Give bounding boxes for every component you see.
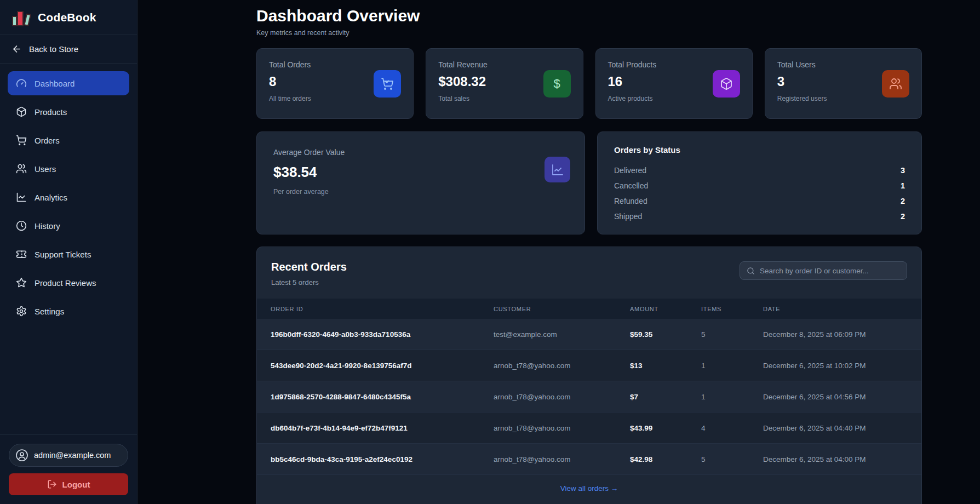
package-icon <box>713 70 740 98</box>
customer-cell: arnob_t78@yahoo.com <box>494 455 630 463</box>
sidebar-item-history[interactable]: History <box>8 214 129 238</box>
avg-order-sub: Per order average <box>273 188 568 196</box>
sidebar-item-label: Orders <box>35 136 60 145</box>
table-row[interactable]: bb5c46cd-9bda-43ca-9195-a2ef24ec0192 arn… <box>257 444 921 475</box>
items-cell: 5 <box>701 455 763 463</box>
sidebar-item-analytics[interactable]: Analytics <box>8 185 129 209</box>
sidebar-item-label: History <box>35 221 60 231</box>
order-id-cell: 196b0dff-6320-4649-a0b3-933da710536a <box>271 330 494 339</box>
average-order-value-card: Average Order Value $38.54 Per order ave… <box>256 131 585 234</box>
user-email-badge: admin@example.com <box>9 444 128 467</box>
orders-table-header: Order ID Customer Amount Items Date <box>257 299 921 319</box>
sidebar-item-products[interactable]: Products <box>8 100 129 124</box>
customer-cell: arnob_t78@yahoo.com <box>494 393 630 401</box>
table-row[interactable]: 196b0dff-6320-4649-a0b3-933da710536a tes… <box>257 319 921 350</box>
order-search[interactable] <box>740 261 907 280</box>
amount-cell: $42.98 <box>630 455 701 463</box>
metrics-row: Average Order Value $38.54 Per order ave… <box>256 131 922 234</box>
stats-row: Total Orders 8 All time orders Total Rev… <box>256 48 922 119</box>
column-header-order-id: Order ID <box>271 306 494 312</box>
search-input[interactable] <box>760 267 900 275</box>
orders-by-status-card: Orders by Status Delivered 3 Cancelled 1… <box>597 131 922 234</box>
books-logo-icon <box>11 8 31 27</box>
table-row[interactable]: db604b7f-e73f-4b14-94e9-ef72b47f9121 arn… <box>257 413 921 444</box>
dollar-icon: $ <box>543 70 571 98</box>
stat-card-total-products: Total Products 16 Active products <box>595 48 753 119</box>
logout-icon <box>47 479 57 489</box>
sidebar-nav: Dashboard Products Orders Users Analytic… <box>0 64 137 434</box>
order-id-cell: 543dee90-20d2-4a21-9920-8e139756af7d <box>271 362 494 370</box>
sidebar-item-support-tickets[interactable]: Support Tickets <box>8 242 129 266</box>
order-id-cell: bb5c46cd-9bda-43ca-9195-a2ef24ec0192 <box>271 455 494 463</box>
date-cell: December 6, 2025 at 04:40 PM <box>763 424 921 432</box>
arrow-left-icon <box>12 44 22 54</box>
users-icon <box>882 70 909 98</box>
amount-cell: $59.35 <box>630 330 701 339</box>
back-to-store-label: Back to Store <box>29 44 78 54</box>
view-all-orders-link[interactable]: View all orders → <box>560 484 618 492</box>
table-row[interactable]: 1d975868-2570-4288-9847-6480c4345f5a arn… <box>257 381 921 413</box>
sidebar-item-dashboard[interactable]: Dashboard <box>8 71 129 95</box>
sidebar-item-label: Dashboard <box>35 79 74 88</box>
stat-label: Total Orders <box>269 60 401 69</box>
sidebar-item-product-reviews[interactable]: Product Reviews <box>8 271 129 295</box>
user-avatar-icon <box>15 449 28 462</box>
sidebar-item-label: Settings <box>35 307 64 316</box>
line-chart-icon <box>545 157 570 182</box>
sidebar-item-label: Products <box>35 107 67 117</box>
avg-order-value: $38.54 <box>273 164 568 181</box>
logout-button[interactable]: Logout <box>9 473 128 495</box>
gauge-icon <box>16 78 27 89</box>
page-subtitle: Key metrics and recent activity <box>256 29 420 37</box>
date-cell: December 6, 2025 at 04:00 PM <box>763 455 921 463</box>
status-row-shipped: Shipped 2 <box>614 209 905 224</box>
status-row-refunded: Refunded 2 <box>614 193 905 209</box>
main-content: Dashboard Overview Key metrics and recen… <box>137 0 980 504</box>
sidebar: CodeBook Back to Store Dashboard Product… <box>0 0 137 504</box>
order-id-cell: 1d975868-2570-4288-9847-6480c4345f5a <box>271 393 494 401</box>
sidebar-item-users[interactable]: Users <box>8 157 129 181</box>
package-icon <box>16 106 27 117</box>
star-icon <box>16 277 27 288</box>
column-header-items: Items <box>701 306 763 312</box>
amount-cell: $13 <box>630 362 701 370</box>
back-to-store-link[interactable]: Back to Store <box>0 35 137 64</box>
stat-label: Total Users <box>777 60 909 69</box>
order-id-cell: db604b7f-e73f-4b14-94e9-ef72b47f9121 <box>271 424 494 432</box>
status-value: 1 <box>901 181 905 190</box>
sidebar-item-label: Analytics <box>35 193 67 202</box>
stat-card-total-users: Total Users 3 Registered users <box>765 48 922 119</box>
orders-by-status-title: Orders by Status <box>614 145 905 154</box>
page-title: Dashboard Overview <box>256 7 420 25</box>
page-header: Dashboard Overview Key metrics and recen… <box>256 7 420 37</box>
line-chart-icon <box>16 192 27 203</box>
sidebar-item-label: Users <box>35 164 56 174</box>
sidebar-item-label: Support Tickets <box>35 250 91 259</box>
sidebar-footer: admin@example.com Logout <box>0 434 137 504</box>
sidebar-item-settings[interactable]: Settings <box>8 299 129 323</box>
status-label: Shipped <box>614 212 642 221</box>
view-all-wrap: View all orders → <box>257 475 921 493</box>
search-icon <box>747 267 755 275</box>
stat-label: Total Products <box>608 60 740 69</box>
cart-icon <box>374 70 401 98</box>
sidebar-item-orders[interactable]: Orders <box>8 128 129 152</box>
status-row-delivered: Delivered 3 <box>614 163 905 178</box>
items-cell: 1 <box>701 393 763 401</box>
logout-label: Logout <box>62 480 90 489</box>
date-cell: December 8, 2025 at 06:09 PM <box>763 330 921 339</box>
brand: CodeBook <box>0 0 137 35</box>
amount-cell: $43.99 <box>630 424 701 432</box>
items-cell: 5 <box>701 330 763 339</box>
sidebar-item-label: Product Reviews <box>35 278 96 288</box>
status-value: 2 <box>901 212 905 221</box>
column-header-amount: Amount <box>630 306 701 312</box>
users-icon <box>16 163 27 174</box>
cart-icon <box>16 135 27 146</box>
brand-name: CodeBook <box>38 11 96 24</box>
orders-table-body: 196b0dff-6320-4649-a0b3-933da710536a tes… <box>257 319 921 475</box>
recent-orders-header: Recent Orders Latest 5 orders <box>257 247 921 299</box>
status-value: 2 <box>901 197 905 205</box>
items-cell: 1 <box>701 362 763 370</box>
table-row[interactable]: 543dee90-20d2-4a21-9920-8e139756af7d arn… <box>257 350 921 381</box>
